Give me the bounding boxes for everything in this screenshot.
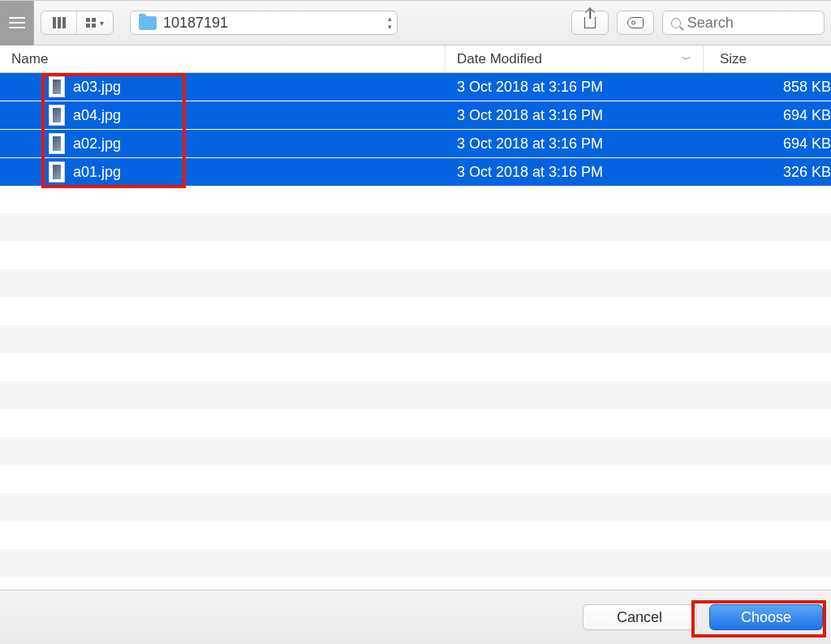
- column-header-size[interactable]: Size: [704, 45, 831, 72]
- chevron-down-icon: ﹀: [682, 52, 691, 66]
- column-header-size-label: Size: [720, 51, 747, 67]
- file-name-label: a02.jpg: [73, 135, 121, 152]
- column-headers: Name Date Modified ﹀ Size: [0, 45, 831, 73]
- file-picker-dialog: ▾ 10187191 ▴▾ Name Date Modif: [0, 0, 831, 644]
- file-name-label: a01.jpg: [73, 164, 121, 181]
- folder-path-popup[interactable]: 10187191 ▴▾: [130, 11, 398, 35]
- file-date-label: 3 Oct 2018 at 3:16 PM: [457, 135, 603, 152]
- file-name-label: a04.jpg: [73, 107, 121, 124]
- tags-button[interactable]: [617, 11, 654, 35]
- folder-name-label: 10187191: [163, 15, 388, 32]
- file-name-label: a03.jpg: [73, 79, 121, 96]
- file-row[interactable]: a01.jpg3 Oct 2018 at 3:16 PM326 KB: [0, 158, 831, 187]
- choose-button[interactable]: Choose: [709, 604, 823, 630]
- path-stepper-icon: ▴▾: [388, 15, 392, 30]
- column-header-date[interactable]: Date Modified ﹀: [446, 45, 704, 72]
- choose-button-label: Choose: [741, 609, 791, 626]
- column-header-name-label: Name: [11, 51, 48, 67]
- share-icon: [584, 17, 596, 28]
- cancel-button-label: Cancel: [617, 609, 662, 626]
- icon-view-button[interactable]: ▾: [77, 11, 113, 34]
- file-size-label: 326 KB: [783, 164, 831, 180]
- file-list: a03.jpg3 Oct 2018 at 3:16 PM858 KBa04.jp…: [0, 73, 831, 590]
- column-header-name[interactable]: Name: [0, 45, 446, 72]
- search-field[interactable]: [662, 11, 825, 35]
- cancel-button[interactable]: Cancel: [583, 604, 696, 630]
- file-date-label: 3 Oct 2018 at 3:16 PM: [457, 164, 603, 180]
- file-size-label: 858 KB: [783, 79, 831, 95]
- search-input[interactable]: [687, 15, 816, 32]
- file-row[interactable]: a04.jpg3 Oct 2018 at 3:16 PM694 KB: [0, 101, 831, 130]
- file-thumbnail-icon: [49, 133, 65, 154]
- hamburger-icon: [9, 17, 25, 28]
- share-button[interactable]: [571, 11, 609, 35]
- file-thumbnail-icon: [49, 105, 65, 126]
- file-date-label: 3 Oct 2018 at 3:16 PM: [457, 79, 603, 95]
- file-size-label: 694 KB: [783, 107, 831, 123]
- grid-icon: ▾: [86, 18, 104, 28]
- view-mode-segmented-control: ▾: [41, 11, 114, 35]
- toolbar: ▾ 10187191 ▴▾: [0, 1, 831, 45]
- dialog-footer: Cancel Choose: [0, 590, 831, 644]
- file-thumbnail-icon: [49, 76, 65, 97]
- sidebar-toggle-button[interactable]: [0, 1, 34, 45]
- file-size-label: 694 KB: [783, 135, 831, 152]
- file-date-label: 3 Oct 2018 at 3:16 PM: [457, 107, 603, 123]
- tag-icon: [627, 17, 644, 28]
- folder-icon: [139, 16, 157, 30]
- toolbar-left-group: ▾ 10187191 ▴▾: [0, 1, 398, 45]
- column-header-date-label: Date Modified: [457, 51, 542, 67]
- columns-icon: [53, 17, 66, 28]
- chevron-down-icon: ▾: [100, 19, 104, 28]
- column-view-button[interactable]: [41, 11, 77, 34]
- file-row[interactable]: a02.jpg3 Oct 2018 at 3:16 PM694 KB: [0, 130, 831, 158]
- search-icon: [671, 18, 681, 28]
- file-thumbnail-icon: [49, 161, 65, 182]
- file-row[interactable]: a03.jpg3 Oct 2018 at 3:16 PM858 KB: [0, 73, 831, 101]
